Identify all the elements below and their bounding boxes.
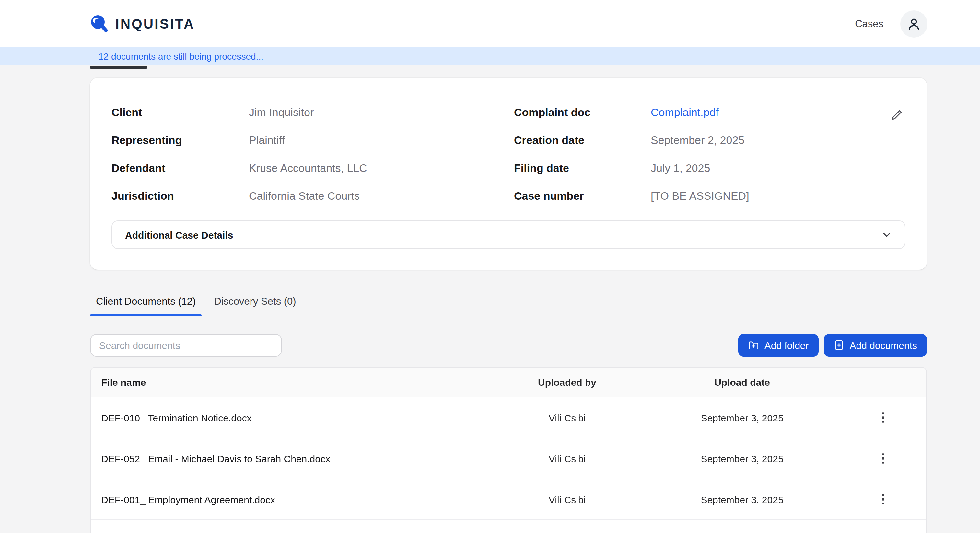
field-label: Complaint doc [514, 99, 651, 126]
upload-date-cell: September 3, 2025 [644, 494, 840, 505]
col-file-name: File name [91, 377, 490, 388]
row-actions-menu-icon[interactable] [874, 531, 892, 533]
col-upload-date: Upload date [644, 377, 840, 388]
person-icon [907, 16, 921, 31]
table-row[interactable]: DEF-006_ 2021 Performance Review.docx Vi… [91, 520, 926, 533]
top-header: INQUISITA Cases [0, 0, 980, 47]
case-detail-grid: Client Jim Inquisitor Complaint doc Comp… [111, 99, 905, 210]
add-folder-button[interactable]: Add folder [738, 334, 819, 357]
edit-case-button[interactable] [889, 107, 904, 123]
add-documents-button[interactable]: Add documents [824, 334, 927, 357]
field-label: Case number [514, 182, 651, 210]
page-content: Client Jim Inquisitor Complaint doc Comp… [0, 66, 980, 533]
upload-date-cell: September 3, 2025 [644, 453, 840, 464]
add-folder-label: Add folder [765, 340, 809, 351]
field-value: Jim Inquisitor [249, 99, 514, 126]
field-label: Defendant [111, 154, 249, 182]
field-value: Kruse Accountants, LLC [249, 154, 514, 182]
row-actions-menu-icon[interactable] [874, 490, 892, 508]
additional-case-details-toggle[interactable]: Additional Case Details [111, 220, 905, 249]
upload-date-cell: September 3, 2025 [644, 412, 840, 423]
field-label: Client [111, 99, 249, 126]
field-label: Filing date [514, 154, 651, 182]
field-value: Plaintiff [249, 126, 514, 154]
documents-toolbar: Add folder Add documents [90, 334, 927, 357]
brand-name: INQUISITA [115, 16, 195, 32]
add-documents-label: Add documents [850, 340, 917, 351]
row-actions-menu-icon[interactable] [874, 449, 892, 468]
folder-plus-icon [748, 340, 759, 351]
table-row[interactable]: DEF-001_ Employment Agreement.docx Vili … [91, 479, 926, 520]
file-name-cell[interactable]: DEF-010_ Termination Notice.docx [91, 412, 490, 423]
field-value: September 2, 2025 [651, 126, 905, 154]
row-actions-menu-icon[interactable] [874, 409, 892, 427]
uploaded-by-cell: Vili Csibi [490, 412, 644, 423]
file-plus-icon [834, 340, 845, 351]
field-label: Representing [111, 126, 249, 154]
file-name-cell[interactable]: DEF-001_ Employment Agreement.docx [91, 494, 490, 505]
table-row[interactable]: DEF-052_ Email - Michael Davis to Sarah … [91, 438, 926, 479]
processing-notification-bar: 12 documents are still being processed..… [0, 47, 980, 65]
field-value: July 1, 2025 [651, 154, 905, 182]
nav-cases-link[interactable]: Cases [855, 18, 883, 29]
page-heading-clipped [90, 66, 147, 69]
table-row[interactable]: DEF-010_ Termination Notice.docx Vili Cs… [91, 397, 926, 438]
pencil-icon [890, 109, 902, 121]
field-value: [TO BE ASSIGNED] [651, 182, 905, 210]
field-label: Creation date [514, 126, 651, 154]
field-value: California State Courts [249, 182, 514, 210]
chevron-down-icon [881, 230, 892, 240]
search-documents-input[interactable] [90, 334, 282, 357]
tab-discovery-sets[interactable]: Discovery Sets (0) [208, 296, 302, 316]
col-uploaded-by: Uploaded by [490, 377, 644, 388]
uploaded-by-cell: Vili Csibi [490, 494, 644, 505]
complaint-doc-link[interactable]: Complaint.pdf [651, 99, 905, 126]
field-label: Jurisdiction [111, 182, 249, 210]
uploaded-by-cell: Vili Csibi [490, 453, 644, 464]
notification-message: 12 documents are still being processed..… [99, 51, 264, 62]
document-tabs: Client Documents (12) Discovery Sets (0) [90, 296, 927, 316]
documents-table: File name Uploaded by Upload date DEF-01… [90, 367, 927, 533]
table-header-row: File name Uploaded by Upload date [91, 368, 926, 397]
app-viewport: INQUISITA Cases 12 documents are still b… [0, 0, 980, 533]
file-name-cell[interactable]: DEF-052_ Email - Michael Davis to Sarah … [91, 453, 490, 464]
additional-details-label: Additional Case Details [125, 229, 233, 240]
case-details-card: Client Jim Inquisitor Complaint doc Comp… [90, 78, 927, 270]
tab-client-documents[interactable]: Client Documents (12) [90, 296, 202, 316]
magnifier-logo-icon [88, 13, 109, 34]
user-avatar-button[interactable] [900, 10, 928, 37]
brand[interactable]: INQUISITA [88, 13, 195, 34]
